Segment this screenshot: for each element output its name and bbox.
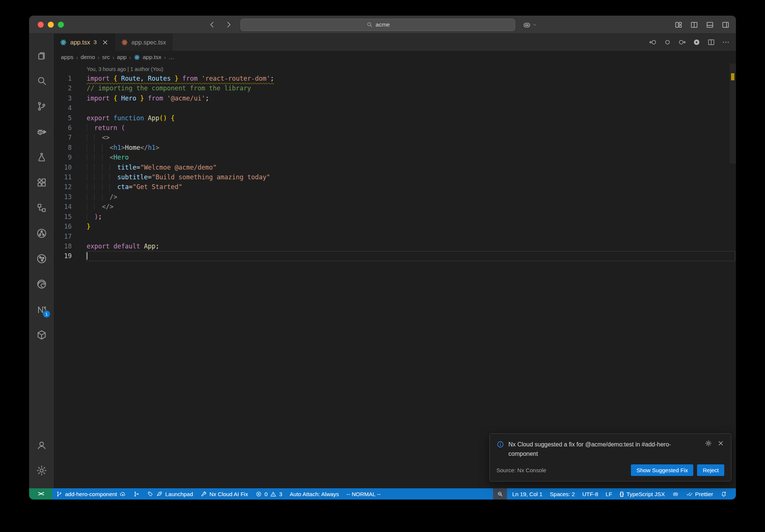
code-line-6[interactable]: 6 return ( xyxy=(54,123,736,133)
command-center-search[interactable]: acme xyxy=(241,19,515,31)
line-number[interactable]: 14 xyxy=(54,202,72,211)
breadcrumb-item[interactable]: app.tsx xyxy=(143,54,161,61)
run-back-icon[interactable] xyxy=(649,38,657,46)
copilot-menu[interactable] xyxy=(523,21,538,29)
line-number[interactable]: 9 xyxy=(54,152,72,162)
activity-item-debug[interactable] xyxy=(29,119,54,144)
close-icon[interactable] xyxy=(717,440,724,447)
activity-item-beaker[interactable] xyxy=(29,144,54,170)
tab-app-tsx[interactable]: app.tsx 3 xyxy=(54,34,115,51)
code-line-4[interactable]: 4 xyxy=(54,103,736,113)
code-line-13[interactable]: 13 /> xyxy=(54,192,736,202)
line-number[interactable]: 19 xyxy=(54,251,72,261)
run-icon[interactable] xyxy=(693,38,701,46)
activity-item-search[interactable] xyxy=(29,68,54,93)
toggle-secondary-sidebar-icon[interactable] xyxy=(721,21,730,29)
line-number[interactable]: 10 xyxy=(54,163,72,172)
cursor-position-item[interactable]: Ln 19, Col 1 xyxy=(508,488,546,499)
breadcrumb-more[interactable]: … xyxy=(168,54,174,61)
activity-item-extensions[interactable] xyxy=(29,170,54,195)
reject-button[interactable]: Reject xyxy=(697,464,724,476)
line-number[interactable]: 15 xyxy=(54,212,72,222)
language-item[interactable]: {} TypeScript JSX xyxy=(616,488,669,499)
close-window-button[interactable] xyxy=(38,22,44,28)
remote-indicator[interactable]: >< xyxy=(29,488,52,499)
indentation-item[interactable]: Spaces: 2 xyxy=(546,488,579,499)
encoding-item[interactable]: UTF-8 xyxy=(579,488,602,499)
vim-mode-item[interactable]: -- NORMAL -- xyxy=(343,488,384,499)
line-number[interactable]: 2 xyxy=(54,83,72,93)
notifications-item[interactable] xyxy=(717,488,731,499)
code-line-2[interactable]: 2// importing the component from the lib… xyxy=(54,83,736,93)
breadcrumb-item[interactable]: app xyxy=(117,54,127,61)
activity-item-settings[interactable] xyxy=(29,458,54,483)
activity-item-project-graph[interactable] xyxy=(29,220,54,246)
code-line-1[interactable]: 1import { Route, Routes } from 'react-ro… xyxy=(54,74,736,83)
activity-item-nx[interactable]: 1 xyxy=(29,297,54,322)
breadcrumb-item[interactable]: apps xyxy=(61,54,74,61)
code-line-12[interactable]: 12 cta="Get Started" xyxy=(54,182,736,192)
close-tab-icon[interactable] xyxy=(102,39,109,46)
activity-item-account[interactable] xyxy=(29,432,54,458)
line-number[interactable]: 18 xyxy=(54,241,72,251)
line-number[interactable]: 17 xyxy=(54,232,72,241)
line-number[interactable]: 5 xyxy=(54,113,72,123)
minimize-window-button[interactable] xyxy=(48,22,54,28)
tab-app-spec-tsx[interactable]: app.spec.tsx xyxy=(115,34,173,51)
split-editor-icon[interactable] xyxy=(690,21,699,29)
formatter-item[interactable]: Prettier xyxy=(682,488,717,499)
line-number[interactable]: 7 xyxy=(54,133,72,142)
activity-item-edge[interactable] xyxy=(29,271,54,297)
code-line-9[interactable]: 9 <Hero xyxy=(54,152,736,162)
code-line-16[interactable]: 16} xyxy=(54,222,736,231)
code-line-17[interactable]: 17 xyxy=(54,232,736,241)
activity-item-package[interactable] xyxy=(29,322,54,347)
line-number[interactable]: 11 xyxy=(54,172,72,182)
code-line-5[interactable]: 5export function App() { xyxy=(54,113,736,123)
line-number[interactable]: 4 xyxy=(54,103,72,113)
code-line-3[interactable]: 3import { Hero } from '@acme/ui'; xyxy=(54,93,736,103)
line-number[interactable]: 6 xyxy=(54,123,72,133)
activity-item-task-graph[interactable] xyxy=(29,246,54,271)
record-icon[interactable] xyxy=(663,38,672,46)
line-number[interactable]: 3 xyxy=(54,93,72,103)
code-line-11[interactable]: 11 subtitle="Build something amazing tod… xyxy=(54,172,736,182)
run-forward-icon[interactable] xyxy=(678,38,686,46)
code-line-7[interactable]: 7 <> xyxy=(54,133,736,142)
copilot-status-item[interactable] xyxy=(669,488,682,499)
gear-icon[interactable] xyxy=(705,440,712,447)
editor-scrollbar[interactable] xyxy=(730,64,736,488)
split-editor-icon[interactable] xyxy=(707,38,715,46)
eol-item[interactable]: LF xyxy=(602,488,616,499)
breadcrumb-item[interactable]: demo xyxy=(81,54,95,61)
zoom-window-button[interactable] xyxy=(58,22,64,28)
code-line-15[interactable]: 15 ); xyxy=(54,212,736,222)
nav-back-icon[interactable] xyxy=(208,20,217,29)
code-line-10[interactable]: 10 title="Welcmoe @acme/demo" xyxy=(54,163,736,172)
activity-item-source-control[interactable] xyxy=(29,93,54,119)
problems-item[interactable]: 0 3 xyxy=(252,488,286,499)
line-number[interactable]: 8 xyxy=(54,143,72,152)
line-number[interactable]: 13 xyxy=(54,192,72,202)
breadcrumb-item[interactable]: src xyxy=(102,54,110,61)
code-line-19[interactable]: 19 xyxy=(54,251,736,261)
toggle-panel-icon[interactable] xyxy=(706,21,714,29)
code-line-14[interactable]: 14 </> xyxy=(54,202,736,211)
git-graph-item[interactable] xyxy=(130,488,143,499)
activity-item-references[interactable] xyxy=(29,195,54,220)
line-number[interactable]: 1 xyxy=(54,74,72,83)
line-number[interactable]: 16 xyxy=(54,222,72,231)
line-number[interactable]: 12 xyxy=(54,182,72,192)
launchpad-item[interactable]: Launchpad xyxy=(143,488,196,499)
customize-layout-icon[interactable] xyxy=(674,21,683,29)
code-editor[interactable]: You, 3 hours ago | 1 author (You) 1impor… xyxy=(54,64,736,488)
code-line-18[interactable]: 18export default App; xyxy=(54,241,736,251)
git-branch-item[interactable]: add-hero-component xyxy=(52,488,130,499)
titlebar[interactable]: acme xyxy=(29,16,736,34)
activity-item-files[interactable] xyxy=(29,43,54,68)
nx-cloud-fix-item[interactable]: Nx Cloud AI Fix xyxy=(197,488,252,499)
auto-attach-item[interactable]: Auto Attach: Always xyxy=(286,488,343,499)
nav-forward-icon[interactable] xyxy=(224,20,233,29)
zoom-status-item[interactable] xyxy=(493,488,507,499)
more-actions-icon[interactable] xyxy=(722,38,730,46)
